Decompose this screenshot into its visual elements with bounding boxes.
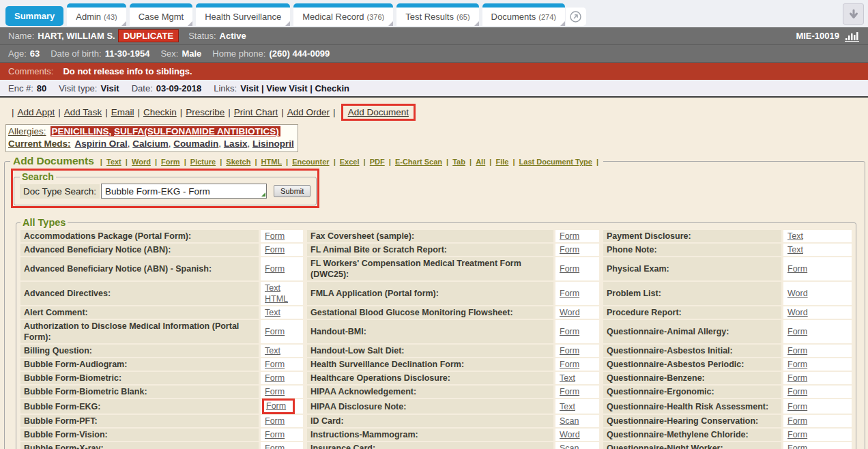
link-separator: | xyxy=(364,158,368,166)
med-link-coumadin[interactable]: Coumadin xyxy=(173,139,218,149)
new-doc-type-link-encounter[interactable]: Encounter xyxy=(292,158,329,166)
encounter-link-visit[interactable]: Visit xyxy=(240,83,259,93)
doc-format-link-instructions-mammogram-word[interactable]: Word xyxy=(560,430,580,439)
doc-format-link-bubble-form-biometric-blank-form[interactable]: Form xyxy=(265,387,285,396)
doc-format-link-healthcare-operations-disclosure-text[interactable]: Text xyxy=(560,373,575,383)
encounter-link-checkin[interactable]: Checkin xyxy=(315,83,349,93)
action-link-print-chart[interactable]: Print Chart xyxy=(234,107,278,117)
tab-admin[interactable]: Admin(43) xyxy=(67,3,126,26)
encounter-link-view-visit[interactable]: View Visit xyxy=(266,83,307,93)
doc-type-label: Health Surveillance Declination Form: xyxy=(307,358,555,371)
doc-format-link-questionnaire-methylene-chloride-form[interactable]: Form xyxy=(787,430,807,439)
action-link-prescribe[interactable]: Prescribe xyxy=(186,107,225,117)
doc-format-link-billing-question-text[interactable]: Text xyxy=(265,346,280,356)
tab-case-mgmt[interactable]: Case Mgmt xyxy=(130,3,192,26)
new-doc-type-link-tab[interactable]: Tab xyxy=(452,158,465,166)
new-doc-type-link-picture[interactable]: Picture xyxy=(190,158,216,166)
allergies-link[interactable]: Allergies: xyxy=(8,126,46,136)
new-doc-type-link-form[interactable]: Form xyxy=(161,158,180,166)
doc-format-link-procedure-report-word[interactable]: Word xyxy=(787,308,808,317)
flowsheet-chart-icon[interactable] xyxy=(845,31,860,42)
new-doc-type-link-word[interactable]: Word xyxy=(132,158,151,166)
table-row: Advanced Beneficiary Notice (ABN) - Span… xyxy=(20,257,852,280)
tab-summary[interactable]: Summary xyxy=(5,6,63,26)
doc-format-link-bubble-form-ekg-form[interactable]: Form xyxy=(266,401,286,411)
submit-button[interactable]: Submit xyxy=(274,185,310,197)
action-link-add-order[interactable]: Add Order xyxy=(287,107,330,117)
doc-format-link-questionnaire-night-worker-form[interactable]: Form xyxy=(787,444,807,449)
doc-format-cell: Form xyxy=(555,282,603,305)
doc-format-link-questionnaire-asbestos-periodic-form[interactable]: Form xyxy=(787,360,807,369)
doc-format-link-physical-exam-form[interactable]: Form xyxy=(787,264,807,274)
doc-format-link-problem-list-word[interactable]: Word xyxy=(787,289,808,298)
doc-format-link-health-surveillance-declination-form-form[interactable]: Form xyxy=(560,360,579,369)
tab-test-results[interactable]: Test Results(65) xyxy=(396,3,478,26)
action-link-checkin[interactable]: Checkin xyxy=(143,107,177,117)
doc-format-link-bubble-form-vision-form[interactable]: Form xyxy=(265,430,285,439)
doc-format-link-hipaa-acknowledgement-form[interactable]: Form xyxy=(560,387,579,396)
tab-medical-record[interactable]: Medical Record(376) xyxy=(293,3,393,26)
action-link-add-appt[interactable]: Add Appt xyxy=(18,107,55,117)
doc-format-link-questionnaire-health-risk-assessment-form[interactable]: Form xyxy=(787,402,807,411)
action-link-add-document[interactable]: Add Document xyxy=(348,107,409,117)
med-link-calcium[interactable]: Calcium xyxy=(132,139,169,149)
new-doc-type-link-text[interactable]: Text xyxy=(106,158,121,166)
new-doc-type-link-file[interactable]: File xyxy=(495,158,508,166)
doc-format-link-payment-disclosure-text[interactable]: Text xyxy=(787,231,803,241)
doc-format-link-insurance-card-scan[interactable]: Scan xyxy=(560,444,579,449)
doc-format-link-fmla-application-portal-form-form[interactable]: Form xyxy=(560,289,579,298)
search-fieldset: Search Doc Type Search: Submit xyxy=(14,171,317,205)
doc-format-link-gestational-blood-glucose-monitoring-flowsheet-word[interactable]: Word xyxy=(560,308,580,317)
med-link-lasix[interactable]: Lasix xyxy=(224,139,248,149)
doc-format-link-fl-workers-compensation-medical-treatment-form-dwc25-form[interactable]: Form xyxy=(560,264,579,274)
new-doc-type-link-html[interactable]: HTML xyxy=(261,158,282,166)
documents-popout-stub[interactable] xyxy=(566,8,586,26)
doc-format-cell: Form xyxy=(261,429,307,441)
doc-format-link-fax-coversheet-sample-form[interactable]: Form xyxy=(560,231,579,241)
new-doc-type-link-sketch[interactable]: Sketch xyxy=(226,158,250,166)
doc-format-cell: Text xyxy=(555,399,603,414)
doc-format-link-bubble-form-audiogram-form[interactable]: Form xyxy=(265,360,285,369)
doc-format-link-hipaa-disclosure-note-text[interactable]: Text xyxy=(560,402,575,411)
new-doc-type-link-last-document-type[interactable]: Last Document Type xyxy=(519,158,592,166)
doc-format-link-handout-bmi-form[interactable]: Form xyxy=(560,327,579,336)
doc-format-link-bubble-form-x-ray-form[interactable]: Form xyxy=(265,444,285,449)
doc-format-link-questionnaire-asbestos-initial-form[interactable]: Form xyxy=(787,346,807,356)
doc-format-link-advanced-beneficiary-notice-abn-form[interactable]: Form xyxy=(265,245,285,255)
doc-format-link-fl-animal-bite-or-scratch-report-form[interactable]: Form xyxy=(560,245,579,255)
med-link-aspirin-oral[interactable]: Aspirin Oral xyxy=(75,139,128,149)
scroll-down-button[interactable] xyxy=(843,3,864,25)
doc-type-label: Questionnaire-Methylene Chloride: xyxy=(603,429,783,441)
doc-format-link-advanced-directives-text[interactable]: Text xyxy=(265,283,299,293)
doc-format-link-bubble-form-pft-form[interactable]: Form xyxy=(265,416,285,426)
doc-format-link-questionnaire-animal-allergy-form[interactable]: Form xyxy=(787,327,807,336)
doc-format-link-questionnaire-benzene-form[interactable]: Form xyxy=(787,373,807,383)
tab-health-surveillance[interactable]: Health Surveillance xyxy=(196,3,290,26)
new-doc-type-link-all[interactable]: All xyxy=(476,158,485,166)
action-link-add-task[interactable]: Add Task xyxy=(64,107,102,117)
doc-format-link-bubble-form-biometric-form[interactable]: Form xyxy=(265,373,285,383)
med-link-lisinopril[interactable]: Lisinopril xyxy=(252,139,294,149)
action-link-email[interactable]: Email xyxy=(111,107,134,117)
doc-format-link-id-card-scan[interactable]: Scan xyxy=(560,416,579,426)
doc-format-cell: Form xyxy=(783,429,852,441)
doc-format-link-accommodations-package-portal-form-form[interactable]: Form xyxy=(265,231,285,241)
doc-format-link-questionnaire-hearing-conservation-form[interactable]: Form xyxy=(787,416,807,426)
doc-format-link-questionnaire-ergonomic-form[interactable]: Form xyxy=(787,387,807,396)
tab-documents[interactable]: Documents(274) xyxy=(482,3,565,26)
doc-format-cell: Form xyxy=(261,399,307,414)
doc-format-link-advanced-beneficiary-notice-abn-spanish-form[interactable]: Form xyxy=(265,264,285,274)
new-doc-type-link-pdf[interactable]: PDF xyxy=(370,158,385,166)
current-meds-link[interactable]: Current Meds: xyxy=(8,139,71,149)
allergy-link-penicillins[interactable]: PENICILLINS xyxy=(52,126,109,136)
new-doc-type-link-e-chart-scan[interactable]: E-Chart Scan xyxy=(395,158,442,166)
allergy-link-sulfa-sulfonamide-antibiotics[interactable]: SULFA(SULFONAMIDE ANTIBIOTICS) xyxy=(114,126,279,136)
doc-format-link-advanced-directives-html[interactable]: HTML xyxy=(265,293,299,304)
doc-format-link-phone-note-text[interactable]: Text xyxy=(787,245,803,255)
doc-type-search-input[interactable] xyxy=(101,184,267,199)
doc-format-link-authorization-to-disclose-medical-information-portal-form-form[interactable]: Form xyxy=(265,327,285,336)
doc-format-link-handout-low-salt-diet-form[interactable]: Form xyxy=(560,346,579,356)
doc-format-cell: Form xyxy=(783,442,852,449)
new-doc-type-link-excel[interactable]: Excel xyxy=(340,158,360,166)
doc-format-link-alert-comment-text[interactable]: Text xyxy=(265,308,280,317)
